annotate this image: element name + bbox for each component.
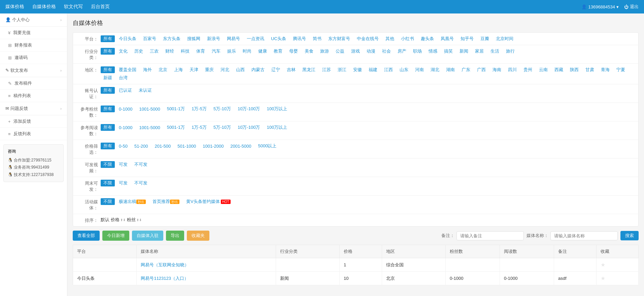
logout-button[interactable]: ⏻ 退出	[624, 4, 639, 10]
filter-option-industry-options-20[interactable]: 职场	[410, 48, 425, 55]
filter-option-price-options-6[interactable]: 2001-5000	[228, 143, 254, 149]
media-name-link-1[interactable]: 网易号1123123（入口）	[141, 276, 189, 281]
filter-option-region-options-18[interactable]: 山东	[397, 66, 411, 73]
filter-option-platform-options-17[interactable]: 知乎号	[458, 35, 476, 42]
filter-option-fans-options-1[interactable]: 0-1000	[116, 106, 135, 112]
filter-option-platform-options-12[interactable]: 中金在线号	[354, 35, 381, 42]
sidebar-section-feedback[interactable]: ✉ 问题反馈 ›	[0, 102, 67, 115]
filter-option-industry-options-12[interactable]: 母婴	[286, 48, 301, 55]
filter-option-weekend-options-2[interactable]: 不可发	[132, 180, 150, 186]
filter-option-fans-options-2[interactable]: 1001-5000	[136, 106, 163, 112]
filter-option-industry-options-4[interactable]: 财经	[163, 48, 177, 55]
filter-option-region-options-25[interactable]: 四川	[505, 66, 519, 73]
filter-option-activity-options-1[interactable]: 极速出稿秒出	[116, 198, 148, 205]
filter-option-fans-options-4[interactable]: 1万-5万	[189, 106, 209, 112]
sidebar-item-publish[interactable]: ✎ 发布稿件	[0, 77, 67, 90]
filter-option-platform-options-4[interactable]: 搜狐网	[184, 35, 203, 42]
nav-media-price[interactable]: 媒体价格	[5, 4, 24, 10]
media-name-input[interactable]	[550, 231, 618, 240]
filter-option-industry-options-10[interactable]: 健康	[256, 48, 270, 55]
sidebar-item-article-list[interactable]: ≡ 稿件列表	[0, 90, 67, 102]
filter-option-industry-options-8[interactable]: 娱乐	[225, 48, 239, 55]
filter-option-activity-options-3[interactable]: 黄V头条签约媒体HOT	[183, 198, 233, 205]
filter-option-industry-options-22[interactable]: 搞笑	[441, 48, 455, 55]
filter-option-video-options-2[interactable]: 不可发	[132, 161, 150, 168]
filter-option-industry-options-5[interactable]: 科技	[178, 48, 192, 55]
filter-option-industry-options-19[interactable]: 房产	[395, 48, 409, 55]
filter-option-region-options-15[interactable]: 安徽	[350, 66, 365, 73]
filter-option-region-options-31[interactable]: 青海	[598, 66, 612, 73]
filter-option-price-options-1[interactable]: 0-50	[116, 143, 130, 149]
filter-option-platform-options-3[interactable]: 东方头条	[160, 35, 183, 42]
filter-option-price-options-4[interactable]: 501-1000	[175, 143, 199, 149]
sort-option-1[interactable]: 价格 ⬆⬇	[111, 217, 126, 223]
filter-option-weekend-options-0[interactable]: 不限	[101, 180, 115, 186]
filter-option-account-verify-options-2[interactable]: 未认证	[136, 87, 155, 94]
filter-option-fans-options-6[interactable]: 10万-100万	[235, 106, 263, 112]
sidebar-item-invite[interactable]: ⊞ 邀请码	[0, 52, 67, 64]
filter-option-platform-options-11[interactable]: 东方财富号	[326, 35, 353, 42]
filter-option-platform-options-0[interactable]: 所有	[101, 35, 115, 42]
filter-option-weekend-options-1[interactable]: 可发	[116, 180, 130, 186]
filter-option-region-options-19[interactable]: 河南	[412, 66, 427, 73]
filter-option-price-options-2[interactable]: 51-200	[132, 143, 150, 149]
filter-option-region-options-29[interactable]: 陕西	[567, 66, 581, 73]
filter-option-video-options-1[interactable]: 可发	[116, 161, 130, 168]
filter-option-region-options-28[interactable]: 西藏	[552, 66, 566, 73]
filter-option-region-options-33[interactable]: 新疆	[101, 75, 115, 81]
table-cell-1-1[interactable]: 网易号1123123（入口）	[137, 272, 276, 285]
filter-option-platform-options-16[interactable]: 凤凰号	[438, 35, 456, 42]
export-button[interactable]: 导出	[166, 231, 184, 241]
sidebar-section-publish[interactable]: ✎ 软文发布 ›	[0, 64, 67, 77]
filter-option-region-options-26[interactable]: 贵州	[521, 66, 535, 73]
nav-self-media-price[interactable]: 自媒体价格	[32, 4, 56, 10]
filter-option-platform-options-10[interactable]: 简书	[310, 35, 324, 42]
filter-option-industry-options-9[interactable]: 时尚	[240, 48, 254, 55]
filter-option-region-options-3[interactable]: 北京	[156, 66, 170, 73]
today-new-button[interactable]: 今日新增	[102, 231, 129, 241]
filter-option-region-options-22[interactable]: 广东	[459, 66, 473, 73]
search-button[interactable]: 搜索	[620, 231, 639, 240]
filter-option-region-options-32[interactable]: 宁夏	[614, 66, 628, 73]
filter-option-platform-options-6[interactable]: 网易号	[224, 35, 243, 42]
filter-option-fans-options-3[interactable]: 5001-1万	[164, 106, 188, 112]
filter-option-video-options-0[interactable]: 不限	[101, 161, 115, 168]
table-cell-0-1[interactable]: 网易号（互联网全知晓）	[137, 258, 276, 272]
filter-option-reads-options-0[interactable]: 所有	[101, 124, 115, 131]
filter-option-industry-options-23[interactable]: 新闻	[457, 48, 471, 55]
filter-option-region-options-20[interactable]: 湖北	[428, 66, 442, 73]
filter-option-industry-options-24[interactable]: 家居	[472, 48, 486, 55]
filter-option-price-options-0[interactable]: 所有	[101, 143, 115, 149]
filter-option-region-options-7[interactable]: 河北	[218, 66, 232, 73]
filter-option-reads-options-4[interactable]: 1万-5万	[189, 124, 209, 131]
filter-option-price-options-3[interactable]: 201-500	[152, 143, 174, 149]
filter-option-reads-options-7[interactable]: 100万以上	[264, 124, 290, 131]
filter-option-region-options-13[interactable]: 江苏	[319, 66, 334, 73]
sort-option-0[interactable]: 默认	[101, 217, 109, 223]
user-info[interactable]: 👤 13696884534 ▾	[581, 4, 619, 9]
filter-option-fans-options-7[interactable]: 100万以上	[264, 106, 290, 112]
filter-option-industry-options-1[interactable]: 文化	[116, 48, 130, 55]
filter-option-industry-options-11[interactable]: 教育	[271, 48, 285, 55]
filter-option-industry-options-7[interactable]: 汽车	[209, 48, 223, 55]
filter-option-platform-options-13[interactable]: 其他	[383, 35, 397, 42]
filter-option-industry-options-26[interactable]: 旅行	[503, 48, 517, 55]
filter-option-platform-options-15[interactable]: 趣头条	[418, 35, 437, 42]
filter-option-industry-options-6[interactable]: 体育	[194, 48, 208, 55]
view-all-button[interactable]: 查看全部	[73, 231, 100, 241]
filter-option-region-options-16[interactable]: 福建	[366, 66, 380, 73]
star-icon-1[interactable]: ★	[601, 275, 605, 281]
filter-option-platform-options-18[interactable]: 豆瓣	[478, 35, 492, 42]
filter-option-platform-options-7[interactable]: 一点资讯	[244, 35, 267, 42]
filter-option-reads-options-6[interactable]: 10万-100万	[235, 124, 263, 131]
filter-option-platform-options-2[interactable]: 百家号	[140, 35, 159, 42]
filter-option-region-options-9[interactable]: 内蒙古	[249, 66, 267, 73]
sidebar-item-feedback-list[interactable]: ≡ 反馈列表	[0, 128, 67, 140]
media-name-link-0[interactable]: 网易号（互联网全知晓）	[141, 262, 189, 267]
filter-option-industry-options-15[interactable]: 公益	[333, 48, 347, 55]
filter-option-region-options-5[interactable]: 天津	[187, 66, 201, 73]
filter-option-region-options-21[interactable]: 湖南	[443, 66, 457, 73]
filter-option-region-options-14[interactable]: 浙江	[335, 66, 349, 73]
filter-option-activity-options-0[interactable]: 不限	[101, 198, 115, 205]
filter-option-platform-options-14[interactable]: 小红书	[398, 35, 417, 42]
